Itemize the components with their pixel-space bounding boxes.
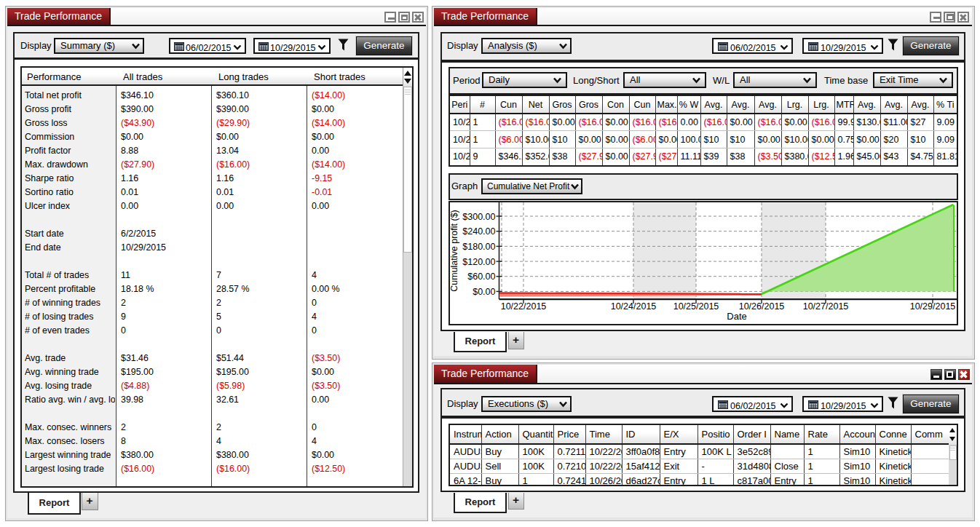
svg-text:10/22/2015: 10/22/2015 (501, 301, 547, 312)
svg-text:10/29/2015: 10/29/2015 (910, 301, 956, 312)
svg-text:$0.00: $0.00 (473, 287, 495, 297)
svg-text:$60.00: $60.00 (467, 272, 495, 282)
svg-text:$240.00: $240.00 (462, 226, 495, 237)
svg-text:$300.00: $300.00 (462, 212, 495, 222)
svg-text:$120.00: $120.00 (462, 257, 495, 267)
svg-text:10/26/2015: 10/26/2015 (739, 301, 785, 312)
svg-text:10/27/2015: 10/27/2015 (803, 301, 849, 312)
svg-text:$180.00: $180.00 (462, 242, 495, 252)
svg-text:10/25/2015: 10/25/2015 (673, 301, 719, 312)
svg-text:Cumulative profit ($): Cumulative profit ($) (449, 210, 459, 292)
svg-text:10/24/2015: 10/24/2015 (611, 301, 657, 312)
svg-text:Date: Date (727, 311, 746, 322)
